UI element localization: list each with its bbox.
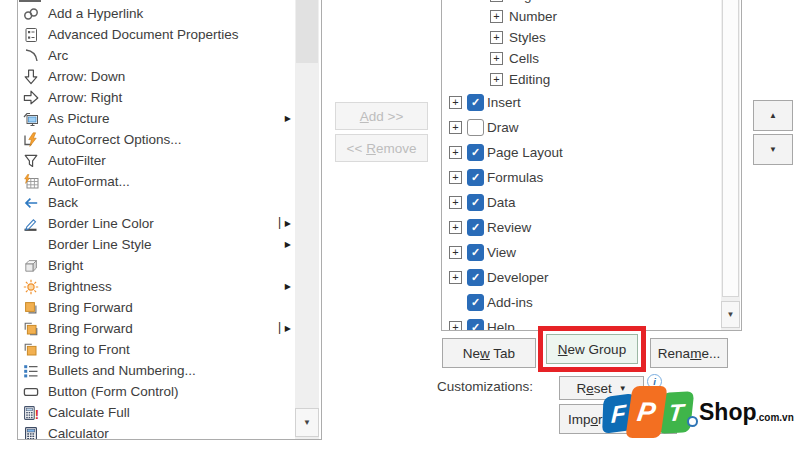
filter-icon: [21, 152, 41, 169]
scroll-down-button[interactable]: ▼: [295, 408, 319, 437]
command-label: As Picture: [48, 111, 110, 126]
tree-group-row[interactable]: + Styles: [442, 27, 719, 48]
expand-icon[interactable]: +: [449, 196, 462, 209]
clipped-icon-sliver: [19, 0, 41, 2]
scrollbar-thumb[interactable]: [722, 0, 739, 297]
tab-label: Developer: [487, 270, 549, 285]
list-item[interactable]: Bring Forward | ▶: [18, 318, 295, 339]
list-item[interactable]: Add a Hyperlink: [18, 3, 295, 24]
command-label: Arrow: Right: [48, 90, 122, 105]
list-item[interactable]: Button (Form Control): [18, 381, 295, 402]
tree-tab-row[interactable]: + ✓ Developer: [442, 265, 719, 290]
add-button[interactable]: Add >>: [335, 102, 428, 130]
list-item[interactable]: Bring Forward: [18, 297, 295, 318]
list-item[interactable]: Back: [18, 192, 295, 213]
list-item[interactable]: Arrow: Right: [18, 87, 295, 108]
expand-icon[interactable]: +: [490, 0, 503, 2]
list-item[interactable]: Advanced Document Properties: [18, 24, 295, 45]
down-arrow-icon: ▼: [303, 418, 311, 427]
expand-icon[interactable]: +: [449, 146, 462, 159]
add-button-label: dd >>: [369, 109, 404, 124]
arrow-right-icon: [21, 89, 41, 106]
add-button-label: A: [360, 109, 369, 124]
group-label: Styles: [509, 30, 546, 45]
fpt-logo-p: P: [625, 386, 667, 438]
list-item[interactable]: Arc: [18, 45, 295, 66]
list-item[interactable]: AutoFormat...: [18, 171, 295, 192]
list-item[interactable]: Bring to Front: [18, 339, 295, 360]
command-label: Bring Forward: [48, 300, 133, 315]
list-item[interactable]: As Picture ▶: [18, 108, 295, 129]
list-item[interactable]: Calculator: [18, 423, 295, 440]
list-item[interactable]: ! Calculate Full: [18, 402, 295, 423]
ribbon-tree-listbox[interactable]: + Alignment + Number + Styles + Cells + …: [441, 0, 742, 331]
scrollbar-thumb[interactable]: [296, 0, 318, 63]
commands-listbox[interactable]: Add a Hyperlink Advanced Document Proper…: [17, 0, 322, 440]
checkbox-checked[interactable]: ✓: [467, 269, 484, 286]
tree-group-row[interactable]: + Number: [442, 6, 719, 27]
up-arrow-icon: ▲: [769, 111, 777, 120]
remove-button[interactable]: << Remove: [335, 134, 428, 162]
tree-tab-row[interactable]: + ✓ Data: [442, 190, 719, 215]
tree-tab-row[interactable]: + Draw: [442, 115, 719, 140]
expand-icon[interactable]: +: [449, 246, 462, 259]
autoformat-icon: [21, 173, 41, 190]
checkbox-checked[interactable]: ✓: [467, 294, 484, 311]
cube-icon: [21, 257, 41, 274]
move-up-button[interactable]: ▲: [753, 100, 793, 131]
tree-group-row[interactable]: + Editing: [442, 69, 719, 90]
rename-button[interactable]: Rename...: [650, 338, 728, 368]
tab-label: Page Layout: [487, 145, 563, 160]
list-item[interactable]: Bright: [18, 255, 295, 276]
tree-tab-row[interactable]: + ✓ Review: [442, 215, 719, 240]
tree-tab-row[interactable]: + ✓ Insert: [442, 90, 719, 115]
expand-icon[interactable]: +: [490, 10, 503, 23]
checkbox-checked[interactable]: ✓: [467, 319, 484, 331]
tree-tab-row[interactable]: ✓ Add-ins: [442, 290, 719, 315]
expand-icon[interactable]: +: [449, 271, 462, 284]
new-tab-label: Tab: [490, 346, 515, 361]
checkbox-checked[interactable]: ✓: [467, 244, 484, 261]
expand-icon[interactable]: +: [490, 52, 503, 65]
checkbox-checked[interactable]: ✓: [467, 144, 484, 161]
checkbox-checked[interactable]: ✓: [467, 194, 484, 211]
expand-icon[interactable]: +: [449, 121, 462, 134]
submenu-arrow-icon: ▶: [285, 282, 291, 291]
move-down-button[interactable]: ▼: [753, 134, 793, 165]
checkbox-checked[interactable]: ✓: [467, 169, 484, 186]
submenu-arrow-icon: ▶: [285, 114, 291, 123]
tab-label: Insert: [487, 95, 521, 110]
expand-icon[interactable]: +: [449, 96, 462, 109]
bring-forward-icon: [21, 299, 41, 316]
expand-icon[interactable]: +: [449, 171, 462, 184]
tree-scrollbar[interactable]: ▼: [721, 0, 740, 330]
expand-icon[interactable]: +: [490, 73, 503, 86]
list-item[interactable]: Bullets and Numbering...: [18, 360, 295, 381]
checkbox-unchecked[interactable]: [467, 119, 484, 136]
tree-tab-row[interactable]: + ✓ Formulas: [442, 165, 719, 190]
list-item[interactable]: AutoCorrect Options...: [18, 129, 295, 150]
arc-icon: [21, 47, 41, 64]
import-label: o: [591, 412, 599, 427]
expand-icon[interactable]: +: [449, 321, 462, 331]
tree-tab-row[interactable]: + ✓ Page Layout: [442, 140, 719, 165]
checkbox-checked[interactable]: ✓: [467, 94, 484, 111]
expand-icon[interactable]: +: [490, 31, 503, 44]
command-label: Bright: [48, 258, 83, 273]
list-item[interactable]: AutoFilter: [18, 150, 295, 171]
commands-scrollbar[interactable]: ▼: [295, 0, 319, 439]
group-label: Cells: [509, 51, 539, 66]
picture-icon: [21, 110, 41, 127]
scroll-down-button[interactable]: ▼: [721, 301, 740, 328]
list-item[interactable]: Border Line Style ▶: [18, 234, 295, 255]
new-tab-label: w: [480, 346, 490, 361]
new-tab-button[interactable]: New Tab: [442, 338, 536, 368]
expand-icon[interactable]: +: [449, 221, 462, 234]
tree-tab-row[interactable]: + ✓ View: [442, 240, 719, 265]
list-item[interactable]: Brightness ▶: [18, 276, 295, 297]
tab-label: Review: [487, 220, 531, 235]
checkbox-checked[interactable]: ✓: [467, 219, 484, 236]
list-item[interactable]: Border Line Color | ▶: [18, 213, 295, 234]
tree-group-row[interactable]: + Cells: [442, 48, 719, 69]
list-item[interactable]: Arrow: Down: [18, 66, 295, 87]
